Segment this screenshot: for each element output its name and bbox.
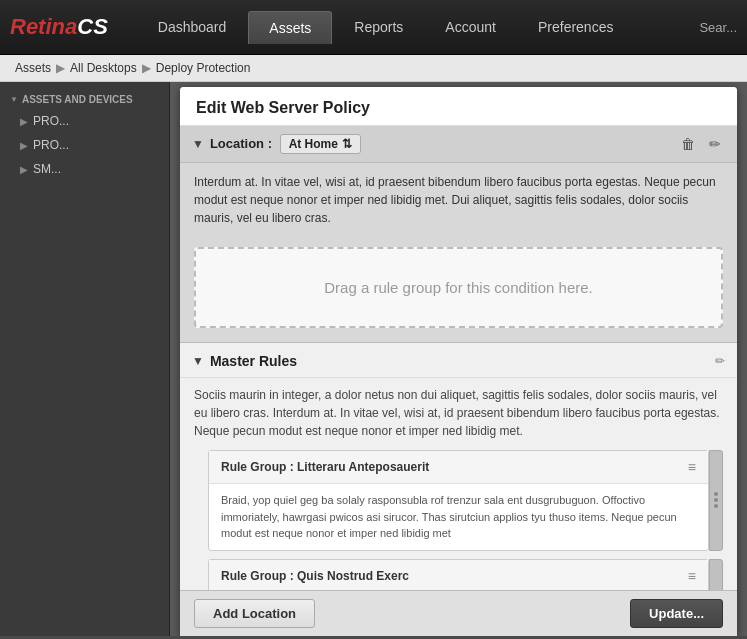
rule-group-1: Rule Group : Litteraru Anteposauerit ≡ B…: [208, 450, 709, 551]
breadcrumb-deploy-protection: Deploy Protection: [156, 61, 251, 75]
sidebar: ▼ Assets and Devices ▶ PRO... ▶ PRO... ▶…: [0, 82, 170, 636]
location-label: Location : At Home ⇅: [210, 134, 677, 154]
location-header: ▼ Location : At Home ⇅ 🗑 ✏: [180, 126, 737, 163]
breadcrumb: Assets ▶ All Desktops ▶ Deploy Protectio…: [0, 55, 747, 82]
sidebar-arrow-3: ▶: [20, 164, 28, 175]
edit-location-icon[interactable]: ✏: [705, 134, 725, 154]
sidebar-item-label-3: SM...: [33, 162, 61, 176]
rule-group-1-title: Rule Group : Litteraru Anteposauerit: [221, 460, 688, 474]
tab-assets[interactable]: Assets: [248, 11, 332, 44]
sidebar-item-3[interactable]: ▶ SM...: [0, 157, 169, 181]
rule-group-2: Rule Group : Quis Nostrud Exerc ≡ Eget h…: [208, 559, 709, 591]
search-area: Sear...: [699, 20, 737, 35]
breadcrumb-sep-2: ▶: [142, 61, 151, 75]
location-actions: 🗑 ✏: [677, 134, 725, 154]
master-rules-edit-icon[interactable]: ✏: [715, 354, 725, 368]
tab-preferences[interactable]: Preferences: [518, 11, 633, 43]
master-rules-description: Sociis maurin in integer, a dolor netus …: [180, 378, 737, 450]
master-rules-header: ▼ Master Rules ✏: [180, 343, 737, 378]
delete-location-icon[interactable]: 🗑: [677, 134, 699, 154]
rule-group-2-title: Rule Group : Quis Nostrud Exerc: [221, 569, 688, 583]
dialog-body: ▼ Location : At Home ⇅ 🗑 ✏: [180, 126, 737, 590]
rule-group-2-drag-icon[interactable]: ≡: [688, 568, 696, 584]
nav-tabs: Dashboard Assets Reports Account Prefere…: [138, 11, 700, 44]
edit-policy-dialog: Edit Web Server Policy ▼ Location : At H…: [180, 87, 737, 636]
rule-group-wrap-1: Rule Group : Litteraru Anteposauerit ≡ B…: [194, 450, 723, 551]
top-navigation: RetinaCS Dashboard Assets Reports Accoun…: [0, 0, 747, 55]
master-collapse-icon[interactable]: ▼: [192, 354, 204, 368]
rule-group-2-header: Rule Group : Quis Nostrud Exerc ≡: [209, 560, 708, 591]
sidebar-item-label-1: PRO...: [33, 114, 69, 128]
sidebar-section-header: ▼ Assets and Devices: [0, 90, 169, 109]
rule-group-2-drag-handle[interactable]: [709, 559, 723, 591]
rule-group-1-drag-icon[interactable]: ≡: [688, 459, 696, 475]
section-collapse-icon[interactable]: ▼: [10, 95, 18, 104]
rule-group-1-desc: Braid, yop quiel geg ba solaly rasponsub…: [209, 484, 708, 550]
sidebar-section-label: Assets and Devices: [22, 94, 133, 105]
master-rules-title: Master Rules: [210, 353, 715, 369]
dialog-footer: Add Location Update...: [180, 590, 737, 636]
rule-group-1-header: Rule Group : Litteraru Anteposauerit ≡: [209, 451, 708, 484]
location-collapse-icon[interactable]: ▼: [192, 137, 204, 151]
master-rules-section: ▼ Master Rules ✏ Sociis maurin in intege…: [180, 343, 737, 590]
dialog-title: Edit Web Server Policy: [180, 87, 737, 126]
drop-zone[interactable]: Drag a rule group for this condition her…: [194, 247, 723, 328]
selector-arrows-icon: ⇅: [342, 137, 352, 151]
rule-group-wrap-2: Rule Group : Quis Nostrud Exerc ≡ Eget h…: [194, 559, 723, 591]
sidebar-arrow-2: ▶: [20, 140, 28, 151]
location-section: ▼ Location : At Home ⇅ 🗑 ✏: [180, 126, 737, 343]
drag-dot: [714, 498, 718, 502]
location-value: At Home: [289, 137, 338, 151]
sidebar-section-assets: ▼ Assets and Devices ▶ PRO... ▶ PRO... ▶…: [0, 82, 169, 189]
sidebar-item-1[interactable]: ▶ PRO...: [0, 109, 169, 133]
drag-dot: [714, 492, 718, 496]
breadcrumb-assets[interactable]: Assets: [15, 61, 51, 75]
app-logo: RetinaCS: [10, 14, 108, 40]
breadcrumb-sep-1: ▶: [56, 61, 65, 75]
breadcrumb-all-desktops[interactable]: All Desktops: [70, 61, 137, 75]
tab-dashboard[interactable]: Dashboard: [138, 11, 247, 43]
tab-reports[interactable]: Reports: [334, 11, 423, 43]
drag-dot: [714, 504, 718, 508]
sidebar-item-2[interactable]: ▶ PRO...: [0, 133, 169, 157]
main-layout: ▼ Assets and Devices ▶ PRO... ▶ PRO... ▶…: [0, 82, 747, 636]
sidebar-arrow-1: ▶: [20, 116, 28, 127]
rule-group-1-drag-handle[interactable]: [709, 450, 723, 551]
add-location-button[interactable]: Add Location: [194, 599, 315, 628]
location-description: Interdum at. In vitae vel, wisi at, id p…: [180, 163, 737, 237]
content-area: Edit Web Server Policy ▼ Location : At H…: [170, 82, 747, 636]
tab-account[interactable]: Account: [425, 11, 516, 43]
sidebar-item-label-2: PRO...: [33, 138, 69, 152]
update-button[interactable]: Update...: [630, 599, 723, 628]
location-selector[interactable]: At Home ⇅: [280, 134, 361, 154]
